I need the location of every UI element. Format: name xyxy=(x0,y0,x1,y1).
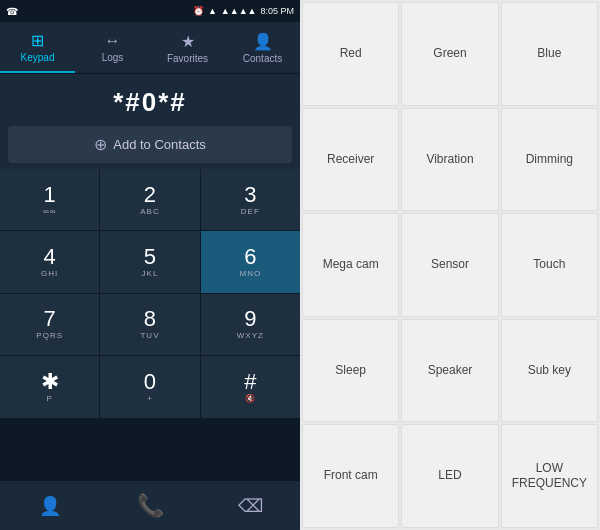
feature-btn-touch[interactable]: Touch xyxy=(501,213,598,317)
key-2[interactable]: 2 ABC xyxy=(100,169,199,230)
feature-btn-speaker[interactable]: Speaker xyxy=(401,319,498,423)
feature-btn-red[interactable]: Red xyxy=(302,2,399,106)
tab-favorites-label: Favorites xyxy=(167,53,208,64)
feature-btn-low-frequency[interactable]: LOW FREQUENCY xyxy=(501,424,598,528)
tab-keypad-label: Keypad xyxy=(21,52,55,63)
feature-btn-sleep[interactable]: Sleep xyxy=(302,319,399,423)
feature-btn-led[interactable]: LED xyxy=(401,424,498,528)
feature-btn-dimming[interactable]: Dimming xyxy=(501,108,598,212)
contacts-icon: 👤 xyxy=(253,32,273,51)
add-to-contacts-button[interactable]: ⊕ Add to Contacts xyxy=(8,126,292,163)
tab-logs-label: Logs xyxy=(102,52,124,63)
dialer-display-text: *#0*# xyxy=(113,87,187,118)
feature-btn-mega-cam[interactable]: Mega cam xyxy=(302,213,399,317)
call-icon: 📞 xyxy=(137,493,164,519)
feature-grid: RedGreenBlueReceiverVibrationDimmingMega… xyxy=(300,0,600,530)
key-6[interactable]: 6 MNO xyxy=(201,231,300,292)
tab-contacts-label: Contacts xyxy=(243,53,282,64)
key-4[interactable]: 4 GHI xyxy=(0,231,99,292)
feature-btn-green[interactable]: Green xyxy=(401,2,498,106)
add-contacts-icon: ⊕ xyxy=(94,135,107,154)
time-display: 8:05 PM xyxy=(260,6,294,16)
tab-contacts[interactable]: 👤 Contacts xyxy=(225,22,300,73)
key-7[interactable]: 7 PQRS xyxy=(0,294,99,355)
tab-favorites[interactable]: ★ Favorites xyxy=(150,22,225,73)
feature-btn-front-cam[interactable]: Front cam xyxy=(302,424,399,528)
action-bar: 👤 📞 ⌫ xyxy=(0,480,300,530)
dialer-panel: ☎ ⏰ ▲ ▲▲▲▲ 8:05 PM ⊞ Keypad ↔ Logs ★ Fav… xyxy=(0,0,300,530)
status-right: ⏰ ▲ ▲▲▲▲ 8:05 PM xyxy=(193,6,294,16)
open-contacts-button[interactable]: 👤 xyxy=(0,481,100,530)
feature-btn-sub-key[interactable]: Sub key xyxy=(501,319,598,423)
logs-icon: ↔ xyxy=(105,32,121,50)
feature-btn-vibration[interactable]: Vibration xyxy=(401,108,498,212)
keypad-icon: ⊞ xyxy=(31,31,44,50)
feature-btn-receiver[interactable]: Receiver xyxy=(302,108,399,212)
call-button[interactable]: 📞 xyxy=(100,481,200,530)
alarm-icon: ⏰ xyxy=(193,6,204,16)
feature-btn-sensor[interactable]: Sensor xyxy=(401,213,498,317)
open-contacts-icon: 👤 xyxy=(39,495,61,517)
status-left: ☎ xyxy=(6,6,18,17)
dialer-display: *#0*# xyxy=(0,74,300,126)
delete-button[interactable]: ⌫ xyxy=(200,481,300,530)
favorites-icon: ★ xyxy=(181,32,195,51)
signal-icon: ▲▲▲▲ xyxy=(221,6,257,16)
wifi-icon: ▲ xyxy=(208,6,217,16)
key-3[interactable]: 3 DEF xyxy=(201,169,300,230)
key-hash[interactable]: # 🔇 xyxy=(201,356,300,417)
key-1[interactable]: 1 ∞∞ xyxy=(0,169,99,230)
key-5[interactable]: 5 JKL xyxy=(100,231,199,292)
key-0[interactable]: 0 + xyxy=(100,356,199,417)
tab-bar: ⊞ Keypad ↔ Logs ★ Favorites 👤 Contacts xyxy=(0,22,300,74)
key-star[interactable]: ✱ P xyxy=(0,356,99,417)
sim-icon: ☎ xyxy=(6,6,18,17)
feature-btn-blue[interactable]: Blue xyxy=(501,2,598,106)
tab-keypad[interactable]: ⊞ Keypad xyxy=(0,22,75,73)
add-contacts-label: Add to Contacts xyxy=(113,137,206,152)
tab-logs[interactable]: ↔ Logs xyxy=(75,22,150,73)
status-bar: ☎ ⏰ ▲ ▲▲▲▲ 8:05 PM xyxy=(0,0,300,22)
key-8[interactable]: 8 TUV xyxy=(100,294,199,355)
keypad-grid: 1 ∞∞ 2 ABC 3 DEF 4 GHI 5 JKL 6 MNO 7 PQR… xyxy=(0,169,300,480)
key-9[interactable]: 9 WXYZ xyxy=(201,294,300,355)
delete-icon: ⌫ xyxy=(238,495,263,517)
